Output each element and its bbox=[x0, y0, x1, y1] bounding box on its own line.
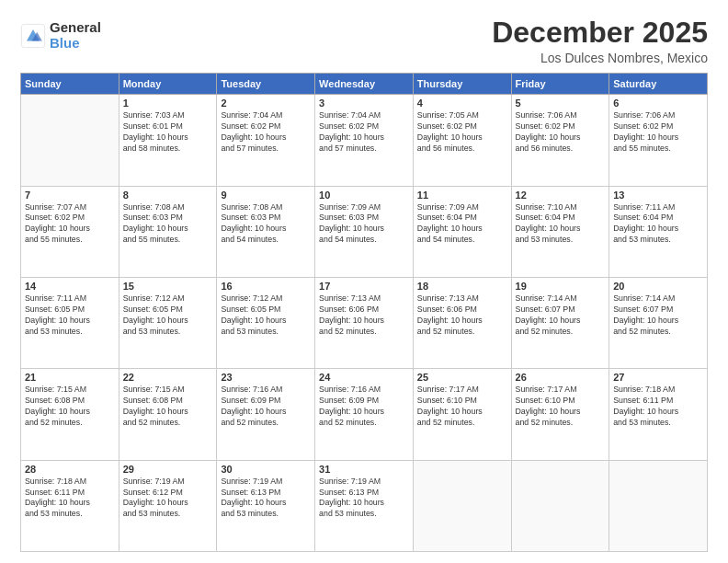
calendar-day-cell: 30Sunrise: 7:19 AM Sunset: 6:13 PM Dayli… bbox=[217, 460, 315, 551]
calendar-week-row: 28Sunrise: 7:18 AM Sunset: 6:11 PM Dayli… bbox=[21, 460, 708, 551]
day-number: 2 bbox=[221, 98, 311, 109]
day-info: Sunrise: 7:14 AM Sunset: 6:07 PM Dayligh… bbox=[613, 293, 703, 338]
day-info: Sunrise: 7:03 AM Sunset: 6:01 PM Dayligh… bbox=[123, 110, 213, 155]
calendar-week-row: 21Sunrise: 7:15 AM Sunset: 6:08 PM Dayli… bbox=[21, 369, 708, 460]
day-number: 15 bbox=[123, 281, 213, 292]
day-number: 29 bbox=[123, 464, 213, 475]
calendar-week-row: 1Sunrise: 7:03 AM Sunset: 6:01 PM Daylig… bbox=[21, 95, 708, 186]
day-number: 16 bbox=[221, 281, 311, 292]
day-number: 30 bbox=[221, 464, 311, 475]
day-info: Sunrise: 7:19 AM Sunset: 6:13 PM Dayligh… bbox=[319, 477, 409, 521]
calendar-week-row: 7Sunrise: 7:07 AM Sunset: 6:02 PM Daylig… bbox=[21, 186, 708, 277]
day-number: 13 bbox=[613, 190, 703, 201]
day-number: 9 bbox=[221, 190, 311, 201]
calendar-day-cell: 24Sunrise: 7:16 AM Sunset: 6:09 PM Dayli… bbox=[315, 369, 414, 460]
day-info: Sunrise: 7:11 AM Sunset: 6:05 PM Dayligh… bbox=[25, 293, 115, 338]
day-info: Sunrise: 7:15 AM Sunset: 6:08 PM Dayligh… bbox=[123, 385, 213, 429]
day-number: 6 bbox=[613, 98, 703, 109]
day-number: 1 bbox=[123, 98, 213, 109]
day-number: 5 bbox=[516, 98, 606, 109]
day-info: Sunrise: 7:17 AM Sunset: 6:10 PM Dayligh… bbox=[417, 385, 507, 429]
calendar-day-cell: 11Sunrise: 7:09 AM Sunset: 6:04 PM Dayli… bbox=[413, 186, 511, 277]
day-number: 12 bbox=[516, 190, 606, 201]
day-number: 4 bbox=[417, 98, 507, 109]
day-info: Sunrise: 7:08 AM Sunset: 6:03 PM Dayligh… bbox=[123, 202, 213, 247]
day-info: Sunrise: 7:19 AM Sunset: 6:13 PM Dayligh… bbox=[221, 477, 311, 521]
calendar-day-cell: 12Sunrise: 7:10 AM Sunset: 6:04 PM Dayli… bbox=[511, 186, 609, 277]
day-info: Sunrise: 7:13 AM Sunset: 6:06 PM Dayligh… bbox=[417, 293, 507, 338]
day-number: 25 bbox=[417, 372, 507, 383]
day-info: Sunrise: 7:07 AM Sunset: 6:02 PM Dayligh… bbox=[25, 202, 115, 247]
weekday-header-cell: Sunday bbox=[21, 74, 119, 95]
day-info: Sunrise: 7:06 AM Sunset: 6:02 PM Dayligh… bbox=[516, 110, 606, 155]
weekday-header-cell: Friday bbox=[511, 74, 609, 95]
calendar-day-cell: 5Sunrise: 7:06 AM Sunset: 6:02 PM Daylig… bbox=[511, 95, 609, 186]
calendar-body: 1Sunrise: 7:03 AM Sunset: 6:01 PM Daylig… bbox=[21, 95, 708, 552]
day-info: Sunrise: 7:12 AM Sunset: 6:05 PM Dayligh… bbox=[123, 293, 213, 338]
weekday-header-cell: Wednesday bbox=[315, 74, 414, 95]
day-number: 31 bbox=[319, 464, 409, 475]
day-info: Sunrise: 7:04 AM Sunset: 6:02 PM Dayligh… bbox=[221, 110, 311, 155]
day-number: 14 bbox=[25, 281, 115, 292]
calendar-day-cell: 23Sunrise: 7:16 AM Sunset: 6:09 PM Dayli… bbox=[217, 369, 315, 460]
day-number: 11 bbox=[417, 190, 507, 201]
calendar-day-cell: 7Sunrise: 7:07 AM Sunset: 6:02 PM Daylig… bbox=[21, 186, 119, 277]
day-info: Sunrise: 7:14 AM Sunset: 6:07 PM Dayligh… bbox=[516, 293, 606, 338]
calendar-day-cell: 17Sunrise: 7:13 AM Sunset: 6:06 PM Dayli… bbox=[315, 277, 414, 368]
day-number: 22 bbox=[123, 372, 213, 383]
day-number: 19 bbox=[516, 281, 606, 292]
day-number: 7 bbox=[25, 190, 115, 201]
calendar-day-cell: 4Sunrise: 7:05 AM Sunset: 6:02 PM Daylig… bbox=[413, 95, 511, 186]
calendar-table: SundayMondayTuesdayWednesdayThursdayFrid… bbox=[20, 73, 708, 552]
day-info: Sunrise: 7:18 AM Sunset: 6:11 PM Dayligh… bbox=[613, 385, 703, 429]
weekday-header-cell: Thursday bbox=[413, 74, 511, 95]
title-block: December 2025 Los Dulces Nombres, Mexico bbox=[492, 17, 708, 65]
calendar-day-cell bbox=[413, 460, 511, 551]
weekday-header-cell: Saturday bbox=[609, 74, 708, 95]
day-number: 17 bbox=[319, 281, 409, 292]
location-label: Los Dulces Nombres, Mexico bbox=[492, 51, 708, 65]
day-info: Sunrise: 7:17 AM Sunset: 6:10 PM Dayligh… bbox=[516, 385, 606, 429]
calendar-day-cell: 18Sunrise: 7:13 AM Sunset: 6:06 PM Dayli… bbox=[413, 277, 511, 368]
calendar-day-cell: 3Sunrise: 7:04 AM Sunset: 6:02 PM Daylig… bbox=[315, 95, 414, 186]
weekday-header-cell: Monday bbox=[119, 74, 217, 95]
calendar-day-cell: 1Sunrise: 7:03 AM Sunset: 6:01 PM Daylig… bbox=[119, 95, 217, 186]
day-info: Sunrise: 7:09 AM Sunset: 6:04 PM Dayligh… bbox=[417, 202, 507, 247]
calendar-day-cell: 19Sunrise: 7:14 AM Sunset: 6:07 PM Dayli… bbox=[511, 277, 609, 368]
logo: General Blue bbox=[20, 20, 101, 51]
day-info: Sunrise: 7:18 AM Sunset: 6:11 PM Dayligh… bbox=[25, 477, 115, 521]
day-number: 27 bbox=[613, 372, 703, 383]
calendar-day-cell bbox=[609, 460, 708, 551]
day-info: Sunrise: 7:11 AM Sunset: 6:04 PM Dayligh… bbox=[613, 202, 703, 247]
day-number: 20 bbox=[613, 281, 703, 292]
day-number: 8 bbox=[123, 190, 213, 201]
day-number: 26 bbox=[516, 372, 606, 383]
weekday-header-row: SundayMondayTuesdayWednesdayThursdayFrid… bbox=[21, 74, 708, 95]
calendar-day-cell: 26Sunrise: 7:17 AM Sunset: 6:10 PM Dayli… bbox=[511, 369, 609, 460]
calendar-day-cell: 13Sunrise: 7:11 AM Sunset: 6:04 PM Dayli… bbox=[609, 186, 708, 277]
calendar-day-cell bbox=[21, 95, 119, 186]
calendar-day-cell: 14Sunrise: 7:11 AM Sunset: 6:05 PM Dayli… bbox=[21, 277, 119, 368]
weekday-header-cell: Tuesday bbox=[217, 74, 315, 95]
day-info: Sunrise: 7:08 AM Sunset: 6:03 PM Dayligh… bbox=[221, 202, 311, 247]
day-info: Sunrise: 7:09 AM Sunset: 6:03 PM Dayligh… bbox=[319, 202, 409, 247]
calendar-day-cell: 31Sunrise: 7:19 AM Sunset: 6:13 PM Dayli… bbox=[315, 460, 414, 551]
calendar-day-cell: 6Sunrise: 7:06 AM Sunset: 6:02 PM Daylig… bbox=[609, 95, 708, 186]
calendar-day-cell: 20Sunrise: 7:14 AM Sunset: 6:07 PM Dayli… bbox=[609, 277, 708, 368]
page: General Blue December 2025 Los Dulces No… bbox=[0, 0, 728, 563]
day-info: Sunrise: 7:05 AM Sunset: 6:02 PM Dayligh… bbox=[417, 110, 507, 155]
header: General Blue December 2025 Los Dulces No… bbox=[20, 17, 708, 65]
calendar-day-cell: 10Sunrise: 7:09 AM Sunset: 6:03 PM Dayli… bbox=[315, 186, 414, 277]
calendar-day-cell: 2Sunrise: 7:04 AM Sunset: 6:02 PM Daylig… bbox=[217, 95, 315, 186]
calendar-day-cell bbox=[511, 460, 609, 551]
day-info: Sunrise: 7:16 AM Sunset: 6:09 PM Dayligh… bbox=[221, 385, 311, 429]
calendar-day-cell: 27Sunrise: 7:18 AM Sunset: 6:11 PM Dayli… bbox=[609, 369, 708, 460]
calendar-week-row: 14Sunrise: 7:11 AM Sunset: 6:05 PM Dayli… bbox=[21, 277, 708, 368]
day-info: Sunrise: 7:19 AM Sunset: 6:12 PM Dayligh… bbox=[123, 477, 213, 521]
calendar-day-cell: 28Sunrise: 7:18 AM Sunset: 6:11 PM Dayli… bbox=[21, 460, 119, 551]
day-number: 18 bbox=[417, 281, 507, 292]
calendar-day-cell: 8Sunrise: 7:08 AM Sunset: 6:03 PM Daylig… bbox=[119, 186, 217, 277]
logo-blue-label: Blue bbox=[50, 36, 101, 52]
month-title: December 2025 bbox=[492, 17, 708, 49]
calendar-day-cell: 16Sunrise: 7:12 AM Sunset: 6:05 PM Dayli… bbox=[217, 277, 315, 368]
